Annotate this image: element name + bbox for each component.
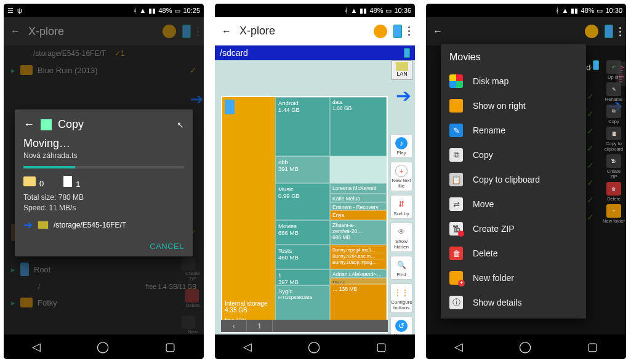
folder-row-blue-ruin[interactable]: ▸ Blue Ruin (2013) ✓ bbox=[4, 61, 204, 79]
bookmark-icon[interactable] bbox=[585, 25, 598, 38]
rail-createzip[interactable]: Create ZIP bbox=[182, 257, 204, 282]
dialog-back-icon[interactable]: ← bbox=[23, 118, 34, 131]
rail-delete[interactable]: 🗑Delete bbox=[603, 182, 625, 202]
overflow-icon[interactable] bbox=[619, 27, 621, 36]
rail-find[interactable]: 🔍Find bbox=[390, 256, 412, 280]
menu-copy[interactable]: ⧉Copy bbox=[441, 143, 586, 167]
menu-disk-map[interactable]: Disk map bbox=[441, 69, 586, 93]
count-row: 0 1 bbox=[23, 176, 184, 189]
rail-play[interactable]: ♪Play bbox=[390, 134, 412, 158]
battery-icon: ▭ bbox=[174, 7, 180, 15]
pane-arrow-icon[interactable]: ➔ bbox=[190, 90, 204, 109]
trash-icon: 🗑 bbox=[449, 247, 463, 260]
dialog-status: Moving… bbox=[23, 137, 184, 150]
back-button[interactable]: ◁ bbox=[454, 340, 463, 354]
rail-config[interactable]: ⋮⋮Configure buttons bbox=[390, 283, 412, 313]
rail-newfolder[interactable]: New folder bbox=[182, 315, 204, 334]
map-bunny[interactable]: Bunny.mpeg4.mp3…Bunny.h264.aac.m…Bunny.1… bbox=[330, 245, 387, 269]
recent-button[interactable]: ▢ bbox=[587, 340, 598, 354]
rail-copy[interactable]: ⧉Copy bbox=[603, 105, 625, 124]
back-button[interactable]: ◁ bbox=[32, 340, 41, 354]
map-tests[interactable]: Tests460 MB bbox=[275, 245, 330, 269]
rail-rename[interactable]: ✎Rename bbox=[603, 82, 625, 102]
map-adrian[interactable]: Adrian.i.Aleksandr-… bbox=[330, 269, 387, 278]
pane-arrow-icon[interactable]: ➔ bbox=[396, 85, 411, 106]
folder-row-fotky[interactable]: ▸ Fotky bbox=[4, 294, 204, 311]
map-movies[interactable]: Movies686 MB bbox=[275, 220, 330, 245]
check-icon[interactable]: ✓ bbox=[190, 66, 196, 75]
menu-new-folder[interactable]: New folder bbox=[441, 266, 586, 290]
map-music[interactable]: Music0.99 GB bbox=[275, 183, 330, 220]
dialog-current-file: Nová záhrada.ts bbox=[23, 151, 184, 160]
pencil-icon: ✎ bbox=[449, 124, 463, 137]
back-icon[interactable]: ← bbox=[431, 25, 444, 38]
map-zhasni[interactable]: Zhasni-a-zemřeš-20…686 MB bbox=[330, 220, 387, 245]
action-rail: ↶Up dir ✎Rename ⧉Copy 📋Copy to clipboard… bbox=[601, 60, 626, 224]
map-data[interactable]: data1.06 GB bbox=[330, 97, 387, 156]
menu-show-details[interactable]: ⓘShow details bbox=[441, 290, 586, 315]
bookmark-icon[interactable] bbox=[374, 25, 387, 38]
home-button[interactable]: ◯ bbox=[308, 340, 320, 354]
map-maps[interactable]: Maps bbox=[330, 278, 387, 284]
path-row[interactable]: /storage/E545-16FE/T ✓1 bbox=[4, 46, 204, 61]
clipboard-icon: 📋 bbox=[449, 173, 463, 186]
copy-icon bbox=[41, 119, 52, 130]
menu-copy-clipboard[interactable]: 📋Copy to clipboard bbox=[441, 167, 586, 192]
map-obb[interactable]: obb391 MB bbox=[275, 156, 330, 183]
expand-icon[interactable]: ↖ bbox=[177, 120, 184, 130]
rail-hidden[interactable]: 👁Show hidden bbox=[390, 223, 412, 252]
phone-icon bbox=[225, 100, 235, 114]
rail-newfolder[interactable]: ＋New folder bbox=[603, 204, 625, 224]
rail-createzip[interactable]: 🗜Create ZIP bbox=[603, 154, 625, 180]
battery-percent: 48% bbox=[158, 7, 172, 14]
cancel-button[interactable]: CANCEL bbox=[150, 242, 184, 251]
rail-sort[interactable]: ⇵Sort by bbox=[390, 195, 412, 219]
rail-history[interactable]: ↺History bbox=[390, 317, 412, 334]
disk-map[interactable]: Internal storage 4.35 GB free 13% 1.4 GB… bbox=[221, 96, 388, 333]
menu-delete[interactable]: 🗑Delete bbox=[441, 241, 586, 266]
pane-icon[interactable] bbox=[182, 25, 191, 38]
bookmark-icon[interactable] bbox=[163, 25, 176, 38]
android-navbar: ◁ ◯ ▢ bbox=[426, 334, 626, 359]
recent-button[interactable]: ▢ bbox=[165, 340, 175, 354]
rail-updir[interactable]: ↶Up dir bbox=[603, 60, 625, 80]
bluetooth-icon: ᚼ bbox=[344, 7, 348, 14]
menu-create-zip[interactable]: 🗜Create ZIP bbox=[441, 216, 586, 241]
overflow-icon[interactable] bbox=[197, 27, 199, 36]
clock: 10:25 bbox=[183, 7, 200, 14]
map-android[interactable]: Android1.44 GB bbox=[275, 97, 330, 156]
breadcrumb[interactable]: /sdcard bbox=[215, 46, 415, 60]
back-icon[interactable]: ← bbox=[9, 25, 22, 38]
footer-page-1[interactable]: 1 bbox=[247, 320, 273, 332]
folder-icon bbox=[20, 298, 33, 307]
back-button[interactable]: ◁ bbox=[243, 340, 252, 354]
map-one[interactable]: 1397 MB bbox=[275, 269, 330, 285]
rail-delete[interactable]: Delete bbox=[185, 289, 199, 308]
file-icon bbox=[63, 176, 72, 187]
home-button[interactable]: ◯ bbox=[519, 340, 531, 354]
overflow-icon[interactable] bbox=[408, 26, 410, 36]
home-button[interactable]: ◯ bbox=[97, 340, 109, 354]
folder-icon bbox=[20, 65, 33, 75]
wifi-icon: ▲ bbox=[351, 7, 358, 14]
footer-page-left[interactable]: ‹ bbox=[221, 320, 247, 332]
back-icon[interactable]: ← bbox=[220, 25, 233, 38]
map-katie[interactable]: Katie Melua bbox=[330, 194, 387, 202]
pane-icon[interactable] bbox=[605, 25, 613, 38]
menu-rename[interactable]: ✎Rename bbox=[441, 118, 586, 143]
rail-newtext[interactable]: ＋New text file bbox=[390, 162, 412, 191]
map-enya[interactable]: Enya… 165 MB bbox=[330, 210, 387, 220]
clock: 10:30 bbox=[605, 7, 622, 14]
recent-button[interactable]: ▢ bbox=[376, 340, 387, 354]
folder-plus-icon bbox=[449, 271, 463, 285]
menu-move[interactable]: ⇄Move bbox=[441, 192, 586, 216]
map-loreena[interactable]: Loreena McKennitt bbox=[330, 183, 387, 194]
menu-show-right[interactable]: Show on right bbox=[441, 93, 586, 118]
root-row[interactable]: ▸ Root bbox=[4, 259, 204, 280]
lan-button[interactable]: LAN bbox=[392, 60, 412, 80]
clock: 10:36 bbox=[394, 7, 411, 14]
rail-copyclip[interactable]: 📋Copy to clipboard bbox=[603, 127, 625, 152]
pane-icon[interactable] bbox=[393, 25, 402, 38]
map-internal-storage[interactable]: Internal storage 4.35 GB free 13% 1.4 GB… bbox=[222, 97, 275, 332]
map-eminem[interactable]: Eminem - Recovery … bbox=[330, 202, 387, 210]
